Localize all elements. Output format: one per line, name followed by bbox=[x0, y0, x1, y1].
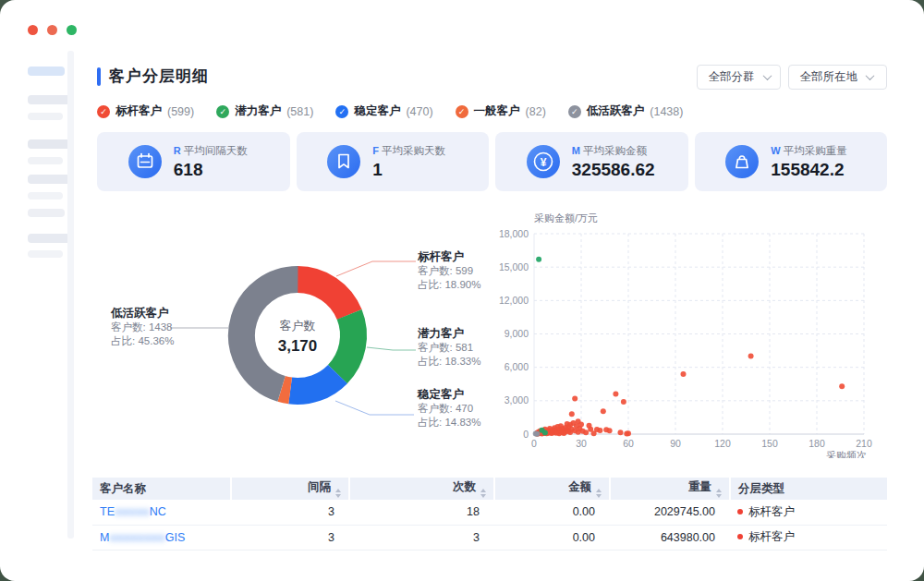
segment-filter-label: 全部分群 bbox=[709, 69, 755, 85]
yen-icon: ¥ bbox=[527, 145, 560, 178]
window-controls bbox=[28, 25, 77, 35]
svg-text:15,000: 15,000 bbox=[499, 261, 529, 272]
sidebar-skeleton-item bbox=[28, 234, 70, 243]
check-circle-icon: ✓ bbox=[456, 105, 468, 118]
column-header-times[interactable]: 次数 bbox=[349, 478, 494, 500]
scatter-point[interactable] bbox=[613, 392, 618, 397]
stat-cards: R平均间隔天数 618 F平均采购天数 1 ¥ M平均采购金额 325586.6 bbox=[97, 132, 887, 191]
legend-item-stable[interactable]: ✓ 稳定客户 (470) bbox=[335, 103, 432, 119]
donut-callout-line bbox=[335, 401, 414, 415]
scatter-point[interactable] bbox=[681, 371, 687, 377]
svg-text:210: 210 bbox=[856, 438, 872, 449]
column-header-amount[interactable]: 金额 bbox=[494, 478, 610, 500]
legend-item-general[interactable]: ✓ 一般客户 (82) bbox=[456, 103, 546, 119]
zoom-button[interactable] bbox=[67, 25, 77, 35]
donut-callout-potential: 潜力客户 客户数: 581 占比: 18.33% bbox=[418, 327, 480, 368]
redacted-text: ●●●●● bbox=[115, 505, 150, 518]
legend-item-inactive[interactable]: ✓ 低活跃客户 (1438) bbox=[568, 103, 684, 119]
scatter-point[interactable] bbox=[839, 383, 845, 389]
close-button[interactable] bbox=[28, 25, 38, 35]
cell-interval: 3 bbox=[231, 525, 349, 550]
column-header-name: 客户名称 bbox=[92, 478, 231, 500]
minimize-button[interactable] bbox=[47, 25, 57, 35]
sort-icon[interactable] bbox=[335, 489, 341, 498]
check-circle-icon: ✓ bbox=[568, 105, 581, 118]
cell-weight: 2029745.00 bbox=[610, 500, 730, 525]
svg-text:9,000: 9,000 bbox=[505, 328, 529, 339]
segment-filter-select[interactable]: 全部分群 bbox=[697, 65, 781, 90]
title-accent-bar bbox=[97, 67, 101, 86]
sidebar-skeleton-item bbox=[28, 209, 65, 217]
svg-text:150: 150 bbox=[761, 438, 778, 449]
scatter-point[interactable] bbox=[626, 430, 631, 436]
svg-text:12,000: 12,000 bbox=[499, 295, 529, 306]
check-circle-icon: ✓ bbox=[216, 105, 229, 118]
scatter-point[interactable] bbox=[569, 411, 575, 417]
customer-name-link[interactable]: TE●●●●●NC bbox=[100, 505, 166, 518]
sort-icon[interactable] bbox=[716, 489, 722, 498]
customer-table: 客户名称 间隔 次数 金额 重量 分层类型 TE●●●●●NC 3 18 0.0… bbox=[92, 478, 887, 551]
cell-amount: 0.00 bbox=[494, 525, 610, 550]
chevron-down-icon bbox=[762, 71, 772, 80]
cell-type: 标杆客户 bbox=[730, 500, 887, 525]
cell-amount: 0.00 bbox=[494, 500, 610, 525]
sort-icon[interactable] bbox=[480, 489, 486, 498]
column-header-type: 分层类型 bbox=[730, 478, 887, 500]
scatter-point[interactable] bbox=[536, 257, 541, 262]
scatter-point[interactable] bbox=[578, 422, 584, 428]
sidebar-skeleton-item bbox=[28, 157, 63, 164]
donut-chart: 客户数 3,170 标杆客户 客户数: 599 占比: 18.90% 潜力客户 … bbox=[92, 229, 499, 460]
cell-times: 18 bbox=[349, 500, 494, 525]
scatter-point[interactable] bbox=[572, 395, 578, 401]
svg-text:90: 90 bbox=[670, 438, 681, 449]
scatter-point[interactable] bbox=[607, 428, 613, 433]
svg-text:¥: ¥ bbox=[540, 156, 546, 169]
scatter-point[interactable] bbox=[542, 430, 548, 435]
sidebar-skeleton-item bbox=[28, 139, 70, 149]
sidebar-skeleton-item bbox=[28, 192, 63, 200]
table-header-row: 客户名称 间隔 次数 金额 重量 分层类型 bbox=[92, 478, 887, 500]
customer-name-link[interactable]: M●●●●●●●●GIS bbox=[100, 531, 185, 544]
customer-legend: ✓ 标杆客户 (599) ✓ 潜力客户 (581) ✓ 稳定客户 (470) ✓… bbox=[97, 103, 683, 119]
svg-text:18,000: 18,000 bbox=[499, 228, 529, 239]
bag-icon bbox=[725, 145, 759, 178]
svg-text:60: 60 bbox=[623, 438, 634, 449]
scatter-point[interactable] bbox=[601, 408, 606, 414]
scatter-chart-canvas: 03,0006,0009,00012,00015,00018,000030609… bbox=[499, 211, 887, 458]
table-row: M●●●●●●●●GIS 3 3 0.00 643980.00 标杆客户 bbox=[92, 525, 887, 550]
sidebar-skeleton-item bbox=[28, 175, 70, 184]
scatter-point[interactable] bbox=[618, 430, 624, 435]
app-window: 客户分层明细 全部分群 全部所在地 ✓ 标杆客户 (599) ✓ 潜力客户 (5… bbox=[0, 0, 924, 581]
column-header-interval[interactable]: 间隔 bbox=[231, 478, 349, 500]
stat-card-monetary: ¥ M平均采购金额 325586.62 bbox=[495, 132, 688, 191]
legend-item-potential[interactable]: ✓ 潜力客户 (581) bbox=[216, 103, 313, 119]
stat-value-monetary: 325586.62 bbox=[572, 160, 657, 180]
cell-times: 3 bbox=[349, 525, 494, 550]
scatter-point[interactable] bbox=[621, 399, 626, 405]
y-axis-label: 采购金额/万元 bbox=[534, 212, 598, 224]
sidebar-divider bbox=[67, 51, 74, 539]
page-title: 客户分层明细 bbox=[109, 66, 209, 87]
location-filter-select[interactable]: 全部所在地 bbox=[788, 65, 888, 90]
cell-weight: 643980.00 bbox=[610, 525, 730, 550]
svg-text:30: 30 bbox=[576, 438, 587, 449]
calendar-icon bbox=[128, 145, 162, 178]
scatter-chart: 03,0006,0009,00012,00015,00018,000030609… bbox=[499, 211, 887, 458]
scatter-point[interactable] bbox=[534, 431, 540, 437]
stat-value-recency: 618 bbox=[174, 160, 259, 180]
scatter-point[interactable] bbox=[597, 428, 602, 433]
donut-callout-line bbox=[367, 347, 416, 350]
donut-center-label: 客户数 3,170 bbox=[233, 318, 362, 356]
sort-icon[interactable] bbox=[596, 489, 602, 498]
legend-item-benchmark[interactable]: ✓ 标杆客户 (599) bbox=[97, 103, 194, 119]
svg-text:0: 0 bbox=[523, 429, 529, 440]
sidebar-skeleton-item bbox=[28, 67, 65, 76]
table-row: TE●●●●●NC 3 18 0.00 2029745.00 标杆客户 bbox=[92, 500, 887, 525]
sidebar-skeleton-item bbox=[28, 113, 63, 120]
stat-card-weight: W平均采购重量 155842.2 bbox=[695, 132, 888, 191]
scatter-point[interactable] bbox=[748, 354, 754, 359]
scatter-point[interactable] bbox=[583, 430, 589, 435]
cell-type: 标杆客户 bbox=[730, 525, 887, 550]
column-header-weight[interactable]: 重量 bbox=[610, 478, 730, 500]
bookmark-icon bbox=[327, 145, 360, 178]
